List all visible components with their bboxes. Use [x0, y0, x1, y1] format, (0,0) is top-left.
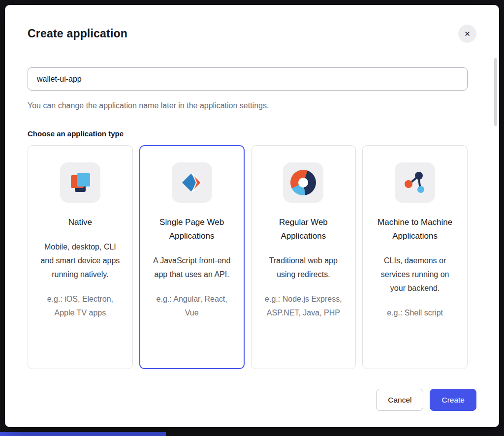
close-icon: ✕	[464, 30, 471, 37]
create-button[interactable]: Create	[430, 389, 476, 411]
card-description: Traditional web app using redirects.	[259, 254, 348, 281]
regular-web-donut-icon	[283, 162, 323, 203]
modal-header: Create application ✕	[5, 5, 499, 43]
input-helper-text: You can change the application name late…	[28, 100, 468, 111]
scrollbar-thumb[interactable]	[494, 58, 497, 126]
card-title: Regular Web Applications	[259, 216, 348, 243]
screen: Create application ✕ You can change the …	[0, 0, 504, 436]
app-type-card-regular-web[interactable]: Regular Web Applications Traditional web…	[251, 145, 356, 369]
card-title: Machine to Machine Applications	[371, 216, 459, 243]
cancel-button[interactable]: Cancel	[376, 389, 423, 411]
native-stacked-squares-icon	[60, 162, 100, 203]
application-name-input[interactable]	[28, 67, 468, 91]
close-button[interactable]: ✕	[458, 25, 476, 43]
modal-footer: Cancel Create	[5, 389, 499, 411]
card-example: e.g.: iOS, Electron, Apple TV apps	[36, 292, 125, 320]
modal-body: You can change the application name late…	[5, 67, 499, 369]
modal-title: Create application	[28, 27, 127, 40]
create-application-modal: Create application ✕ You can change the …	[5, 5, 499, 427]
card-example: e.g.: Shell script	[371, 306, 459, 320]
card-description: Mobile, desktop, CLI and smart device ap…	[36, 240, 125, 281]
application-type-card-list: Native Mobile, desktop, CLI and smart de…	[28, 145, 468, 369]
card-title: Single Page Web Applications	[148, 216, 236, 243]
m2m-nodes-icon	[395, 162, 435, 203]
app-type-card-machine-to-machine[interactable]: Machine to Machine Applications CLIs, da…	[362, 145, 468, 369]
card-description: A JavaScript front-end app that uses an …	[148, 254, 236, 281]
spa-diamond-icon	[172, 162, 212, 203]
card-example: e.g.: Angular, React, Vue	[148, 292, 236, 320]
page-bottom-accent-bar	[0, 432, 166, 436]
card-title: Native	[36, 216, 125, 229]
card-description: CLIs, daemons or services running on you…	[371, 254, 459, 295]
application-type-section-label: Choose an application type	[28, 129, 468, 139]
card-example: e.g.: Node.js Express, ASP.NET, Java, PH…	[259, 292, 348, 320]
app-type-card-single-page-web[interactable]: Single Page Web Applications A JavaScrip…	[139, 145, 245, 369]
app-type-card-native[interactable]: Native Mobile, desktop, CLI and smart de…	[28, 145, 133, 369]
